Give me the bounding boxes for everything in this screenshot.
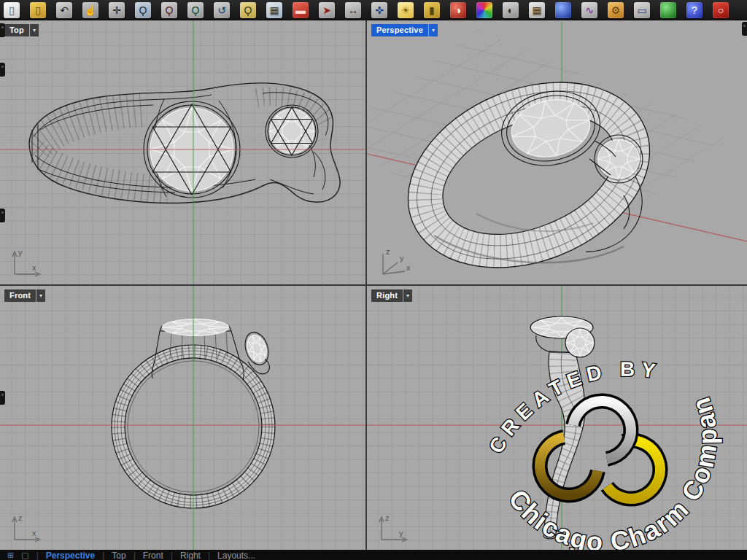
statusbar-grid-icon[interactable]: ⊞ <box>7 551 14 559</box>
curve-tool-icon[interactable]: ∿ <box>581 2 597 18</box>
zoom-window-icon[interactable]: Ϙ <box>161 2 177 18</box>
blue-sphere-icon[interactable] <box>555 2 571 18</box>
car-icon[interactable]: ▬ <box>293 2 309 18</box>
chevron-down-icon[interactable]: ▾ <box>406 292 409 299</box>
svg-text:x: x <box>32 263 36 272</box>
record-icon[interactable]: ○ <box>713 2 729 18</box>
viewport-top[interactable]: Top ▾ y x <box>0 20 365 284</box>
pan-hand-icon[interactable]: ☝ <box>82 2 98 18</box>
earth-icon[interactable] <box>660 2 676 18</box>
zoom-icon[interactable]: Ϙ <box>135 2 151 18</box>
zoom-selected-icon[interactable]: Ϙ <box>240 2 256 18</box>
viewport-layout-icon[interactable]: ▦ <box>529 2 545 18</box>
viewport-menu-perspective: ▾ <box>429 24 438 36</box>
docked-panel-tab-left-4[interactable] <box>0 391 5 405</box>
axis-indicator-right: z y <box>373 510 409 545</box>
statusbar-tab-perspective[interactable]: Perspective <box>46 551 95 560</box>
lock-icon[interactable]: ▮ <box>424 2 440 18</box>
statusbar-tab-top[interactable]: Top <box>112 551 125 560</box>
svg-text:z: z <box>18 513 23 522</box>
viewport-menu-top: ▾ <box>30 24 39 36</box>
viewport-grid: Top ▾ y x <box>0 20 747 550</box>
shaded-sphere-icon[interactable]: ◐ <box>503 2 519 18</box>
gears-icon[interactable]: ⚙ <box>608 2 624 18</box>
statusbar-tab-layouts[interactable]: Layouts... <box>217 551 255 560</box>
top-view-canvas[interactable] <box>0 20 365 284</box>
main-toolbar: ▯▯↶☝✛ϘϘϘ↺Ϙ▦▬➤↔✜☀▮◑◐▦∿⚙▭?○ <box>0 0 747 20</box>
svg-text:x: x <box>406 263 411 272</box>
viewport-front[interactable]: Front ▾ z x <box>0 286 365 550</box>
docked-panel-tab-left-1[interactable] <box>0 23 5 37</box>
statusbar-separator: | <box>208 551 210 560</box>
chevron-down-icon[interactable]: ▾ <box>39 292 42 299</box>
axis-indicator-perspective: z y x <box>373 245 412 280</box>
move-icon[interactable]: ✛ <box>109 2 125 18</box>
svg-text:y: y <box>399 529 403 537</box>
statusbar-separator: | <box>36 551 39 560</box>
viewport-title-top[interactable]: Top <box>4 24 29 36</box>
help-icon[interactable]: ? <box>686 2 703 18</box>
clipboard-icon[interactable]: ▯ <box>30 2 46 18</box>
statusbar-separator: | <box>133 551 136 560</box>
viewport-title-perspective[interactable]: Perspective <box>371 24 428 36</box>
svg-text:y: y <box>400 254 404 262</box>
lightbulb-icon[interactable]: ☀ <box>398 2 414 18</box>
viewport-right[interactable]: CREATED BY Chicago Charm Company Right ▾… <box>367 286 747 550</box>
docked-panel-tab-left-2[interactable] <box>0 63 5 77</box>
right-view-canvas[interactable]: CREATED BY Chicago Charm Company <box>367 286 747 550</box>
viewport-perspective[interactable]: Perspective ▾ z y x <box>367 20 747 284</box>
viewport-menu-front: ▾ <box>36 289 45 302</box>
selection-filter-icon[interactable]: ▭ <box>634 2 650 18</box>
rotate-view-icon[interactable]: ↺ <box>214 2 230 18</box>
svg-text:z: z <box>385 513 390 522</box>
color-wheel-icon[interactable] <box>476 2 492 18</box>
chevron-down-icon[interactable]: ▾ <box>432 27 435 34</box>
arrow-tool-icon[interactable]: ➤ <box>319 2 335 18</box>
zoom-extents-icon[interactable]: Ϙ <box>187 2 204 18</box>
svg-text:z: z <box>386 247 390 256</box>
new-document-icon[interactable]: ▯ <box>4 2 20 18</box>
statusbar-separator: | <box>102 551 104 560</box>
chevron-down-icon[interactable]: ▾ <box>33 27 36 34</box>
svg-text:x: x <box>32 529 36 537</box>
statusbar-tab-front[interactable]: Front <box>143 551 163 560</box>
statusbar: ⊞ ▢ |Perspective|Top|Front|Right|Layouts… <box>0 550 747 560</box>
dimension-icon[interactable]: ↔ <box>345 2 361 18</box>
front-view-canvas[interactable] <box>0 286 365 550</box>
docked-panel-tab-left-3[interactable] <box>0 209 5 222</box>
viewport-menu-right: ▾ <box>403 289 412 302</box>
gumball-icon[interactable]: ✜ <box>371 2 387 18</box>
axis-indicator-front: z x <box>6 510 42 545</box>
viewport-title-front[interactable]: Front <box>4 289 36 302</box>
statusbar-box-icon[interactable]: ▢ <box>21 551 28 559</box>
statusbar-separator: | <box>171 551 173 560</box>
viewport-title-right[interactable]: Right <box>371 289 403 302</box>
svg-text:y: y <box>18 248 23 257</box>
render-icon[interactable]: ◑ <box>450 2 466 18</box>
docked-panel-tab-right-1[interactable] <box>742 22 747 36</box>
layer-panel-icon[interactable]: ▦ <box>266 2 282 18</box>
axis-indicator-top: y x <box>6 245 42 280</box>
undo-icon[interactable]: ↶ <box>56 2 72 18</box>
statusbar-tab-right[interactable]: Right <box>180 551 201 560</box>
perspective-view-canvas[interactable] <box>367 20 747 284</box>
